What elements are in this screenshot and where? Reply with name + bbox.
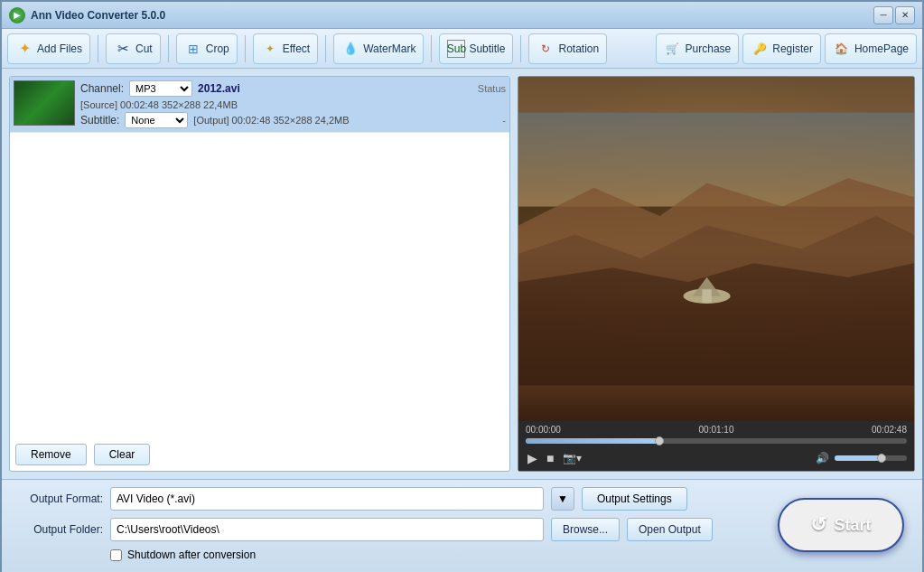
shutdown-row: Shutdown after conversion — [13, 549, 911, 561]
titlebar: ▶ Ann Video Converter 5.0.0 ─ ✕ — [2, 2, 922, 29]
file-row[interactable]: Channel: MP3 2012.avi Status [Source] 00… — [10, 77, 509, 133]
window-title: Ann Video Converter 5.0.0 — [31, 9, 165, 22]
file-thumbnail — [14, 80, 75, 126]
effect-icon: ✦ — [261, 40, 279, 58]
volume-fill — [835, 455, 882, 461]
add-files-label: Add Files — [37, 42, 82, 55]
output-format-label: Output Format: — [13, 492, 103, 505]
video-controls: 00:00:00 00:01:10 00:02:48 ▶ ■ 📷▾ 🔊 — [518, 421, 914, 471]
time-mid: 00:01:10 — [699, 425, 734, 435]
register-label: Register — [772, 42, 813, 55]
start-button[interactable]: ↺ Start — [778, 498, 904, 552]
cut-button[interactable]: ✂ Cut — [106, 33, 161, 64]
rotation-button[interactable]: ↻ Rotation — [528, 33, 607, 64]
titlebar-left: ▶ Ann Video Converter 5.0.0 — [9, 7, 165, 23]
toolbar-right: 🛒 Purchase 🔑 Register 🏠 HomePage — [656, 33, 917, 64]
homepage-label: HomePage — [854, 42, 909, 55]
main-area: Channel: MP3 2012.avi Status [Source] 00… — [2, 69, 922, 479]
playback-controls: ▶ ■ 📷▾ 🔊 — [526, 449, 907, 467]
time-total: 00:02:48 — [872, 425, 907, 435]
play-button[interactable]: ▶ — [526, 449, 539, 467]
toolbar-divider-3 — [245, 35, 246, 62]
register-button[interactable]: 🔑 Register — [742, 33, 821, 64]
rotation-label: Rotation — [558, 42, 599, 55]
progress-thumb[interactable] — [655, 436, 664, 445]
remove-button[interactable]: Remove — [15, 444, 87, 465]
rotation-icon: ↻ — [537, 40, 555, 58]
time-current: 00:00:00 — [526, 425, 561, 435]
file-info: Channel: MP3 2012.avi Status [Source] 00… — [80, 80, 506, 128]
start-label: Start — [834, 516, 871, 535]
minimize-button[interactable]: ─ — [873, 6, 893, 24]
status-label: Status — [478, 83, 506, 94]
progress-fill — [526, 438, 659, 444]
watermark-label: WaterMark — [363, 42, 415, 55]
svg-marker-4 — [518, 263, 914, 386]
add-files-button[interactable]: ✦ Add Files — [7, 33, 90, 64]
filename: 2012.avi — [198, 82, 472, 95]
cut-label: Cut — [135, 42, 153, 55]
purchase-button[interactable]: 🛒 Purchase — [656, 33, 740, 64]
toolbar: ✦ Add Files ✂ Cut ⊞ Crop ✦ Effect 💧 Wate… — [2, 29, 922, 69]
subtitle-button[interactable]: Sub Subtitle — [439, 33, 513, 64]
purchase-icon: 🛒 — [664, 40, 682, 58]
time-bar: 00:00:00 00:01:10 00:02:48 — [526, 425, 907, 435]
add-files-icon: ✦ — [15, 40, 33, 58]
subtitle-label: Subtitle: — [80, 114, 119, 127]
browse-button[interactable]: Browse... — [551, 518, 620, 541]
clear-button[interactable]: Clear — [94, 444, 151, 465]
file-panel-buttons: Remove Clear — [10, 438, 509, 471]
file-panel: Channel: MP3 2012.avi Status [Source] 00… — [9, 76, 510, 472]
homepage-icon: 🏠 — [833, 40, 851, 58]
stop-button[interactable]: ■ — [545, 449, 555, 467]
output-folder-input[interactable] — [110, 518, 544, 541]
register-icon: 🔑 — [751, 40, 769, 58]
volume-area: 🔊 — [814, 450, 907, 466]
file-output: [Output] 00:02:48 352×288 24,2MB — [193, 115, 349, 126]
svg-rect-7 — [702, 289, 711, 303]
output-folder-row: Output Folder: Browse... Open Output — [13, 518, 911, 541]
shutdown-label: Shutdown after conversion — [127, 549, 256, 561]
watermark-icon: 💧 — [341, 40, 359, 58]
toolbar-divider-2 — [168, 35, 169, 62]
purchase-label: Purchase — [686, 42, 732, 55]
preview-panel: 00:00:00 00:01:10 00:02:48 ▶ ■ 📷▾ 🔊 — [518, 76, 915, 472]
progress-bar[interactable] — [526, 438, 907, 444]
file-source: [Source] 00:02:48 352×288 22,4MB — [80, 99, 506, 110]
toolbar-divider-1 — [98, 35, 98, 62]
channel-label: Channel: — [80, 82, 124, 95]
crop-label: Crop — [206, 42, 229, 55]
output-format-input[interactable] — [110, 487, 544, 511]
shutdown-checkbox[interactable] — [110, 549, 122, 561]
channel-select[interactable]: MP3 — [129, 80, 192, 97]
titlebar-controls: ─ ✕ — [873, 6, 915, 24]
subtitle-label: Subtitle — [469, 42, 505, 55]
crop-button[interactable]: ⊞ Crop — [176, 33, 238, 64]
subtitle-select[interactable]: None — [125, 112, 188, 128]
toolbar-divider-4 — [325, 35, 326, 62]
close-button[interactable]: ✕ — [895, 6, 915, 24]
video-content — [518, 77, 914, 421]
output-settings-button[interactable]: Output Settings — [582, 487, 687, 511]
format-dropdown-button[interactable]: ▼ — [551, 487, 574, 511]
screenshot-button[interactable]: 📷▾ — [561, 450, 583, 466]
status-value: - — [502, 115, 506, 126]
effect-label: Effect — [283, 42, 310, 55]
file-row-top: Channel: MP3 2012.avi Status — [80, 80, 506, 97]
file-row-bottom: Subtitle: None [Output] 00:02:48 352×288… — [80, 112, 506, 128]
output-format-row: Output Format: ▼ Output Settings — [13, 487, 911, 511]
video-frame — [518, 77, 914, 421]
watermark-button[interactable]: 💧 WaterMark — [333, 33, 424, 64]
output-folder-label: Output Folder: — [13, 523, 103, 536]
file-list: Channel: MP3 2012.avi Status [Source] 00… — [10, 77, 509, 438]
effect-button[interactable]: ✦ Effect — [253, 33, 318, 64]
subtitle-icon: Sub — [447, 40, 465, 58]
app-icon: ▶ — [9, 7, 25, 23]
volume-thumb[interactable] — [877, 454, 886, 463]
volume-icon[interactable]: 🔊 — [814, 450, 831, 466]
homepage-button[interactable]: 🏠 HomePage — [825, 33, 917, 64]
crop-icon: ⊞ — [184, 40, 202, 58]
open-output-button[interactable]: Open Output — [627, 518, 713, 541]
toolbar-divider-6 — [520, 35, 521, 62]
volume-bar[interactable] — [835, 455, 907, 461]
